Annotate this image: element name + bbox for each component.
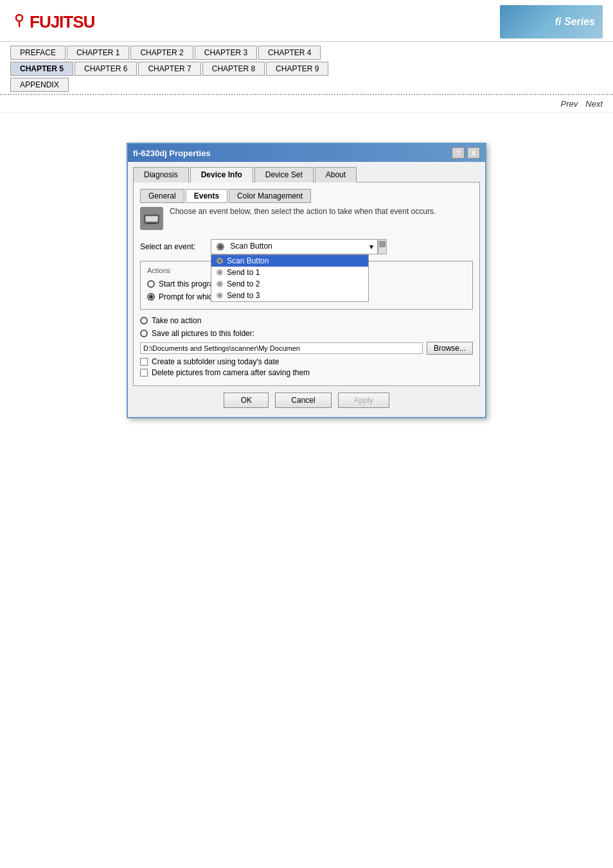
- radio-save-label: Save all pictures to this folder:: [152, 329, 254, 338]
- tab-diagnosis[interactable]: Diagnosis: [133, 167, 189, 182]
- radio-take-no-action-label: Take no action: [152, 316, 201, 325]
- radio-take-no-action[interactable]: [140, 317, 148, 324]
- dialog-titlebar: fi-6230dj Properties ? X: [128, 144, 485, 162]
- prev-button[interactable]: Prev: [561, 99, 578, 109]
- checkbox-delete[interactable]: [140, 369, 148, 376]
- nav-tab-chapter1[interactable]: CHAPTER 1: [67, 46, 129, 60]
- nav-tab-preface[interactable]: PREFACE: [10, 46, 66, 60]
- folder-path-input[interactable]: D:\Documents and Settings\scanner\My Doc…: [140, 342, 423, 354]
- nav-tab-chapter6[interactable]: CHAPTER 6: [75, 62, 137, 76]
- nav-row-1: PREFACE CHAPTER 1 CHAPTER 2 CHAPTER 3 CH…: [10, 46, 603, 60]
- checkbox-subfolder-row: Create a subfolder using today's date: [140, 357, 473, 366]
- nav-tab-chapter5[interactable]: CHAPTER 5: [10, 62, 73, 76]
- dialog-titlebar-buttons: ? X: [452, 147, 480, 159]
- nav-tab-chapter8[interactable]: CHAPTER 8: [202, 62, 265, 76]
- dropdown-item-scan-button[interactable]: Scan Button: [211, 255, 368, 267]
- scan-btn-icon-1: [215, 256, 224, 265]
- close-button[interactable]: X: [467, 147, 480, 159]
- main-content: fi-6230dj Properties ? X Diagnosis Devic…: [0, 113, 613, 448]
- send3-icon: [215, 291, 224, 300]
- send2-icon: [215, 279, 224, 288]
- nav-tab-chapter7[interactable]: CHAPTER 7: [138, 62, 200, 76]
- svg-point-9: [218, 260, 221, 262]
- sub-tab-events[interactable]: Events: [186, 189, 227, 203]
- select-event-label: Select an event:: [140, 242, 204, 251]
- next-button[interactable]: Next: [585, 99, 603, 109]
- prevnext-bar: Prev Next: [0, 95, 613, 113]
- help-button[interactable]: ?: [452, 147, 465, 159]
- dialog-title: fi-6230dj Properties: [133, 148, 211, 158]
- radio-prompt[interactable]: [147, 293, 155, 301]
- svg-point-7: [218, 245, 222, 249]
- fi-series-text: fi Series: [555, 16, 595, 28]
- svg-rect-5: [147, 222, 157, 224]
- svg-point-0: [16, 15, 22, 21]
- tab-device-set[interactable]: Device Set: [254, 167, 314, 182]
- apply-button[interactable]: Apply: [338, 393, 389, 408]
- dropdown-item-send1[interactable]: Send to 1: [211, 267, 368, 278]
- events-description: Choose an event below, then select the a…: [140, 207, 473, 230]
- fujitsu-logo: FUJITSU: [10, 12, 94, 32]
- radio-take-no-action-row: Take no action: [140, 316, 473, 325]
- dropdown-arrow: ▾: [369, 242, 373, 251]
- dropdown-item-send2[interactable]: Send to 2: [211, 278, 368, 290]
- checkbox-subfolder[interactable]: [140, 358, 148, 366]
- svg-rect-4: [146, 217, 157, 221]
- ok-button[interactable]: OK: [224, 393, 269, 408]
- nav-row-3: APPENDIX: [10, 78, 603, 92]
- scanner-svg: [143, 209, 161, 227]
- fi-series-badge: fi Series: [500, 5, 603, 39]
- event-select-row: Select an event: Scan Button: [140, 239, 473, 254]
- scan-button-icon: [215, 242, 226, 252]
- checkbox-delete-row: Delete pictures from camera after saving…: [140, 368, 473, 377]
- tab-content-area: General Events Color Management: [133, 182, 480, 386]
- nav-tab-chapter9[interactable]: CHAPTER 9: [266, 62, 328, 76]
- checkbox-subfolder-label: Create a subfolder using today's date: [152, 357, 279, 366]
- take-no-action-row: Take no action: [140, 316, 473, 325]
- dropdown-list[interactable]: Scan Button Send to 1 Send to 2: [211, 254, 369, 302]
- properties-dialog: fi-6230dj Properties ? X Diagnosis Devic…: [127, 143, 486, 418]
- event-dropdown[interactable]: Scan Button ▾ Scan Button: [211, 239, 378, 254]
- fujitsu-logo-icon: [10, 12, 28, 30]
- sub-tab-color-management[interactable]: Color Management: [229, 189, 311, 203]
- checkbox-delete-label: Delete pictures from camera after saving…: [152, 368, 310, 377]
- nav-tab-chapter3[interactable]: CHAPTER 3: [195, 46, 257, 60]
- radio-start-program[interactable]: [147, 280, 155, 288]
- folder-path-row: D:\Documents and Settings\scanner\My Doc…: [140, 342, 473, 355]
- sub-tab-general[interactable]: General: [140, 189, 184, 203]
- dropdown-item-send3[interactable]: Send to 3: [211, 290, 368, 301]
- cancel-button[interactable]: Cancel: [275, 393, 331, 408]
- svg-point-15: [218, 294, 221, 297]
- dropdown-scrollbar[interactable]: [378, 239, 387, 254]
- event-current-value: Scan Button: [215, 242, 272, 252]
- dialog-body: Diagnosis Device Info Device Set About G…: [128, 162, 485, 417]
- sub-tabs-row: General Events Color Management: [140, 189, 473, 203]
- dialog-wrapper: fi-6230dj Properties ? X Diagnosis Devic…: [127, 143, 486, 418]
- svg-point-13: [218, 283, 221, 285]
- radio-save-pictures[interactable]: [140, 330, 148, 337]
- scanner-icon: [140, 207, 163, 230]
- tab-about[interactable]: About: [315, 167, 357, 182]
- nav-tab-appendix[interactable]: APPENDIX: [10, 78, 69, 92]
- nav-tab-chapter4[interactable]: CHAPTER 4: [258, 46, 321, 60]
- dialog-tabs: Diagnosis Device Info Device Set About: [133, 167, 480, 182]
- event-dropdown-btn[interactable]: Scan Button ▾: [211, 239, 378, 254]
- header: FUJITSU fi Series: [0, 0, 613, 42]
- radio-save-row: Save all pictures to this folder:: [140, 329, 473, 338]
- browse-button[interactable]: Browse...: [427, 342, 473, 355]
- events-desc-text: Choose an event below, then select the a…: [170, 207, 436, 216]
- svg-point-11: [218, 271, 221, 274]
- nav-tab-chapter2[interactable]: CHAPTER 2: [130, 46, 193, 60]
- dialog-footer: OK Cancel Apply: [133, 386, 480, 412]
- save-pictures-row: Save all pictures to this folder:: [140, 329, 473, 338]
- nav-area: PREFACE CHAPTER 1 CHAPTER 2 CHAPTER 3 CH…: [0, 42, 613, 95]
- nav-row-2: CHAPTER 5 CHAPTER 6 CHAPTER 7 CHAPTER 8 …: [10, 62, 603, 76]
- tab-device-info[interactable]: Device Info: [190, 167, 253, 182]
- send1-icon: [215, 268, 224, 277]
